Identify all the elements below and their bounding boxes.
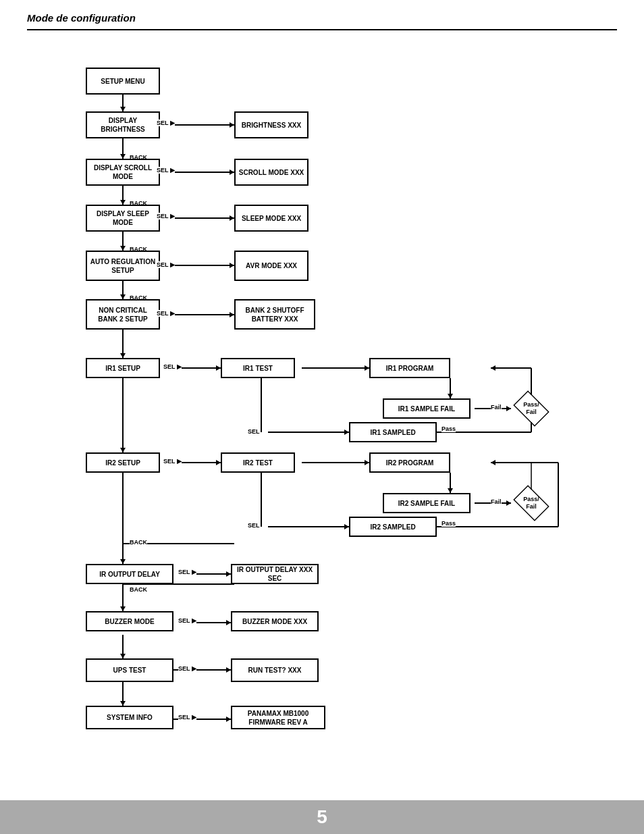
setup-menu-box: SETUP MENU (86, 68, 160, 95)
buzzer-mode-val-box: BUZZER MODE XXX (231, 611, 319, 631)
ir1-pass-fail-diamond: Pass/Fail (511, 395, 552, 422)
sel-ir1-setup: SEL ▶ (163, 363, 182, 370)
svg-marker-26 (230, 170, 234, 175)
ir2-sample-fail-box: IR2 SAMPLE FAIL (383, 493, 471, 513)
page-footer: 5 (0, 800, 644, 834)
ir1-test-box: IR1 TEST (221, 358, 295, 378)
svg-marker-70 (226, 667, 231, 673)
ir2-program-box: IR2 PROGRAM (369, 452, 450, 473)
svg-marker-34 (216, 365, 221, 371)
svg-marker-9 (120, 294, 126, 299)
svg-marker-65 (226, 571, 231, 577)
page-number: 5 (317, 806, 327, 828)
ir1-setup-box: IR1 SETUP (86, 358, 160, 378)
svg-marker-7 (120, 246, 126, 251)
ir2-pass-fail-diamond: Pass/Fail (511, 490, 552, 517)
svg-marker-38 (448, 394, 453, 398)
svg-marker-30 (230, 263, 234, 268)
ir1-program-box: IR1 PROGRAM (369, 358, 450, 378)
ups-test-box: UPS TEST (86, 658, 173, 682)
ir1-sampled-box: IR1 SAMPLED (349, 422, 437, 442)
svg-marker-72 (226, 716, 231, 722)
back-label-ir-output: BACK (130, 586, 147, 593)
panamax-box: PANAMAX MB1000 FIRMWARE REV A (231, 706, 325, 729)
display-brightness-box: DISPLAY BRIGHTNESS (86, 111, 160, 138)
svg-marker-74 (506, 406, 511, 411)
svg-marker-47 (491, 365, 495, 371)
buzzer-mode-box: BUZZER MODE (86, 611, 173, 631)
sel-buzzer: SEL ▶ (178, 617, 196, 624)
ir1-sample-fail-box: IR1 SAMPLE FAIL (383, 398, 471, 419)
svg-marker-56 (344, 524, 349, 529)
ir2-sampled-box: IR2 SAMPLED (349, 517, 437, 537)
page-title: Mode de configuration (27, 12, 617, 24)
svg-marker-24 (230, 122, 234, 128)
avr-mode-xxx-box: AVR MODE XXX (234, 251, 308, 281)
svg-marker-1 (120, 107, 126, 111)
sel-display-brightness: SEL ▶ (157, 120, 175, 126)
diagram-area: SETUP MENU DISPLAY BRIGHTNESS BRIGHTNESS… (18, 30, 626, 773)
sel-display-sleep: SEL ▶ (157, 213, 175, 219)
svg-marker-28 (230, 215, 234, 221)
svg-marker-11 (120, 353, 126, 358)
svg-marker-20 (120, 654, 126, 658)
ir2-fail-label: Fail (491, 498, 502, 505)
sel-non-critical: SEL ▶ (157, 310, 175, 317)
sel-ir2-sampled: SEL (248, 522, 260, 529)
brightness-xxx-box: BRIGHTNESS XXX (234, 111, 308, 138)
svg-marker-18 (120, 606, 126, 611)
svg-marker-68 (226, 620, 231, 625)
sel-ir-output: SEL ▶ (178, 569, 196, 575)
non-critical-box: NON CRITICAL BANK 2 SETUP (86, 299, 160, 330)
sel-display-scroll: SEL ▶ (157, 167, 175, 174)
sel-ir2-setup: SEL ▶ (163, 458, 182, 465)
scroll-mode-xxx-box: SCROLL MODE XXX (234, 159, 308, 186)
display-sleep-box: DISPLAY SLEEP MODE (86, 205, 160, 232)
svg-marker-5 (120, 200, 126, 205)
svg-marker-51 (365, 460, 369, 465)
ir1-fail-label: Fail (491, 404, 502, 411)
run-test-box: RUN TEST? XXX (231, 658, 319, 682)
svg-marker-13 (120, 448, 126, 452)
back-label-ir2: BACK (130, 539, 147, 546)
sel-ir1-sampled: SEL (248, 428, 260, 435)
auto-regulation-box: AUTO REGULATION SETUP (86, 251, 160, 281)
bank2-shutoff-box: BANK 2 SHUTOFF BATTERY XXX (234, 299, 315, 330)
svg-marker-22 (120, 701, 126, 706)
svg-marker-43 (344, 429, 349, 435)
svg-marker-32 (230, 312, 234, 317)
svg-marker-16 (120, 559, 126, 564)
ir2-setup-box: IR2 SETUP (86, 452, 160, 473)
ir-output-delay-val-box: IR OUTPUT DELAY XXX SEC (231, 564, 319, 584)
ir2-pass-label: Pass (441, 520, 456, 527)
sel-system-info: SEL ▶ (178, 714, 196, 721)
svg-marker-53 (448, 488, 453, 493)
ir2-test-box: IR2 TEST (221, 452, 295, 473)
svg-marker-36 (365, 365, 369, 371)
ir1-pass-label: Pass (441, 425, 456, 432)
svg-marker-3 (120, 154, 126, 159)
system-info-box: SYSTEM INFO (86, 706, 173, 729)
display-scroll-box: DISPLAY SCROLL MODE (86, 159, 160, 186)
sel-auto-regulation: SEL ▶ (157, 261, 175, 268)
svg-marker-76 (506, 500, 511, 506)
page-header: Mode de configuration (0, 0, 644, 29)
svg-marker-49 (216, 460, 221, 465)
sleep-mode-xxx-box: SLEEP MODE XXX (234, 205, 308, 232)
ir-output-delay-box: IR OUTPUT DELAY (86, 564, 173, 584)
sel-ups-test: SEL ▶ (178, 665, 196, 672)
svg-marker-60 (491, 460, 495, 465)
